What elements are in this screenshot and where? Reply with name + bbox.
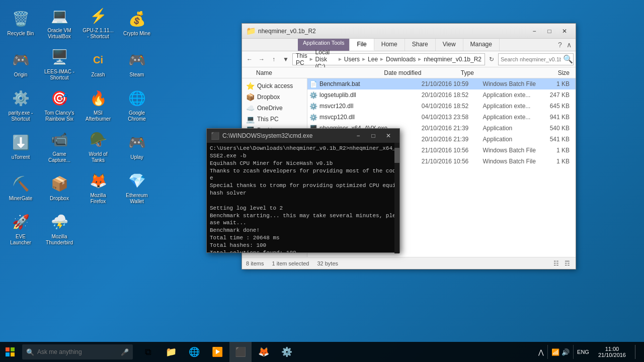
tray-network[interactable]: 📶 bbox=[551, 348, 559, 356]
search-input[interactable] bbox=[501, 56, 561, 62]
file-row-logsetup[interactable]: ⚙️ logsetuplib.dll 20/10/2016 18:52 Appl… bbox=[307, 89, 576, 101]
breadcrumb-downloads[interactable]: Downloads bbox=[386, 56, 416, 63]
tray-chevron[interactable]: ⋀ bbox=[538, 348, 544, 356]
desktop-icon-tomclancy[interactable]: 🎯 Tom Clancy's Rainbow Six bbox=[41, 85, 77, 125]
desktop-icon-parity[interactable]: ⚙️ parity.exe - Shortcut bbox=[3, 85, 39, 125]
maximize-button[interactable]: □ bbox=[542, 26, 556, 37]
desktop-icon-zcash[interactable]: Ci Zcash bbox=[80, 44, 116, 84]
cmd-close-button[interactable]: ✕ bbox=[381, 130, 395, 141]
desktop-icon-origin[interactable]: 🎮 Origin bbox=[3, 44, 39, 84]
nav-up-button[interactable]: ↑ bbox=[268, 54, 279, 65]
desktop-icon-dropbox[interactable]: 📦 Dropbox bbox=[41, 167, 77, 208]
desktop-icon-gpu[interactable]: ⚡ GPU-Z 1.11... - Shortcut bbox=[80, 3, 116, 43]
nav-dropbox[interactable]: 📦 Dropbox bbox=[242, 92, 307, 103]
file-explorer-taskbar[interactable]: 📁 bbox=[160, 342, 182, 362]
desktop-icon-label: MSI Afterburner bbox=[82, 110, 114, 122]
nav-thispc[interactable]: 💻 This PC bbox=[242, 114, 307, 125]
close-button[interactable]: ✕ bbox=[557, 26, 572, 37]
taskbar-clock[interactable]: 11:00 21/10/2016 bbox=[594, 342, 630, 362]
file-row-benchmark[interactable]: 📄 Benchmark.bat 21/10/2016 10:59 Windows… bbox=[307, 78, 576, 89]
taskbar-search[interactable]: 🔍 🎤 bbox=[22, 344, 133, 359]
tray-language[interactable]: ENG bbox=[577, 349, 589, 355]
refresh-button[interactable]: ↻ bbox=[486, 54, 497, 65]
breadcrumb-lee[interactable]: Lee bbox=[368, 56, 378, 63]
desktop-icon-chrome[interactable]: 🌐 Google Chrome bbox=[119, 85, 155, 125]
desktop-icon-thunderbird[interactable]: ⛈️ Mozilla Thunderbird bbox=[41, 209, 77, 249]
minimize-button[interactable]: − bbox=[527, 26, 541, 37]
desktop-icon-msi[interactable]: 🔥 MSI Afterburner bbox=[80, 85, 116, 125]
breadcrumb-folder[interactable]: nheqminer_v0.1b_R2 bbox=[424, 56, 481, 63]
unknown-taskbar[interactable]: ⚙️ bbox=[276, 342, 298, 362]
taskbar-tray: ⋀ 📶 🔊 ENG 11:00 21/10/2016 bbox=[534, 342, 644, 362]
desktop-icon-lees-imac[interactable]: 🖥️ LEES-IMAC - Shortcut bbox=[41, 44, 77, 84]
col-type-header[interactable]: Type bbox=[461, 69, 538, 76]
nav-onedrive[interactable]: ☁️ OneDrive bbox=[242, 103, 307, 114]
desktop-icon-recycle-bin[interactable]: 🗑️ Recycle Bin bbox=[3, 3, 39, 43]
desktop-icon-firefox[interactable]: 🦊 Mozilla Firefox bbox=[80, 167, 116, 208]
cmd-titlebar[interactable]: ⬛ C:\WINDOWS\system32\cmd.exe − □ ✕ bbox=[207, 129, 399, 143]
tray-volume[interactable]: 🔊 bbox=[561, 348, 570, 356]
cmd-scrollbar[interactable] bbox=[394, 143, 399, 253]
desktop-icon-ethereum[interactable]: 💎 Ethereum Wallet bbox=[119, 167, 155, 208]
ribbon-tabs: Application Tools File Home Share View M… bbox=[242, 39, 576, 51]
desktop-icon-label: Google Chrome bbox=[121, 110, 153, 122]
nav-quick-access[interactable]: ⭐ Quick access bbox=[242, 80, 307, 92]
desktop-icon-label: Steam bbox=[130, 72, 144, 78]
media-player-taskbar[interactable]: ▶️ bbox=[206, 342, 228, 362]
file-row-msvcr120[interactable]: ⚙️ msvcr120.dll 04/10/2016 18:52 Applica… bbox=[307, 101, 576, 112]
ribbon-collapse-button[interactable]: ∧ bbox=[565, 40, 574, 49]
breadcrumb-localdisk[interactable]: Local Disk (C:) bbox=[315, 49, 336, 70]
col-date-header[interactable]: Date modified bbox=[384, 69, 461, 76]
nav-back-button[interactable]: ← bbox=[244, 54, 255, 65]
svg-rect-1 bbox=[11, 347, 15, 351]
details-view-button[interactable]: ☷ bbox=[551, 259, 560, 268]
taskbar-apps: ⧉ 📁 🌐 ▶️ ⬛ 🦊 ⚙️ bbox=[137, 342, 298, 362]
cmd-scrollthumb[interactable] bbox=[394, 148, 399, 163]
search-input[interactable] bbox=[37, 348, 118, 355]
tray-icons: ⋀ 📶 🔊 ENG bbox=[534, 342, 593, 362]
tab-manage[interactable]: Manage bbox=[463, 39, 500, 51]
large-icons-button[interactable]: ☶ bbox=[562, 259, 572, 268]
window-controls: − □ ✕ bbox=[527, 26, 572, 37]
col-name-header[interactable]: Name bbox=[244, 69, 384, 76]
desktop-icon-label: Game Capture... bbox=[43, 151, 75, 163]
selection-status: 1 item selected bbox=[272, 260, 309, 266]
cmd-taskbar[interactable]: ⬛ bbox=[229, 342, 252, 362]
tab-file[interactable]: File bbox=[350, 39, 374, 51]
breadcrumb-thispc[interactable]: This PC bbox=[296, 52, 307, 66]
taskview-button[interactable]: ⧉ bbox=[137, 342, 159, 362]
tab-view[interactable]: View bbox=[436, 39, 463, 51]
mic-icon: 🎤 bbox=[121, 348, 129, 356]
desktop-icon-label: Uplay bbox=[130, 154, 143, 160]
desktop-icon-eve[interactable]: 🚀 EVE Launcher bbox=[3, 209, 39, 249]
desktop-icon-gamecapture[interactable]: 📹 Game Capture... bbox=[41, 126, 77, 166]
firefox-taskbar[interactable]: 🦊 bbox=[253, 342, 275, 362]
cmd-minimize-button[interactable]: − bbox=[351, 130, 365, 141]
svg-rect-3 bbox=[11, 352, 15, 356]
start-button[interactable] bbox=[0, 342, 20, 362]
desktop-icon-oracle-vm[interactable]: 💻 Oracle VM VirtualBox bbox=[41, 3, 77, 43]
col-size-header[interactable]: Size bbox=[537, 69, 574, 76]
ie-taskbar[interactable]: 🌐 bbox=[183, 342, 205, 362]
desktop-icon-utorrent[interactable]: ⬇️ uTorrent bbox=[3, 126, 39, 166]
file-explorer-titlebar[interactable]: 📁 nheqminer_v0.1b_R2 − □ ✕ bbox=[242, 24, 576, 39]
desktop-icon-uplay[interactable]: 🎮 Uplay bbox=[119, 126, 155, 166]
breadcrumb[interactable]: This PC ► Local Disk (C:) ► Users ► Lee … bbox=[292, 53, 485, 65]
desktop-icon-minergate[interactable]: ⛏️ MinerGate bbox=[3, 167, 39, 208]
search-icon: 🔍 bbox=[26, 348, 34, 356]
breadcrumb-users[interactable]: Users bbox=[344, 56, 360, 63]
tab-share[interactable]: Share bbox=[405, 39, 436, 51]
cmd-controls: − □ ✕ bbox=[351, 130, 395, 141]
desktop-icon-steam[interactable]: 🎮 Steam bbox=[119, 44, 155, 84]
show-desktop-button[interactable] bbox=[631, 342, 642, 362]
help-button[interactable]: ? bbox=[555, 40, 565, 49]
cmd-body[interactable]: C:\Users\Lee\Downloads\nheqminer_v0.1b_R… bbox=[207, 143, 399, 252]
tab-home[interactable]: Home bbox=[374, 39, 405, 51]
desktop-icon-crypto[interactable]: 💰 Crypto Mine bbox=[119, 3, 155, 43]
file-row-msvcp120[interactable]: ⚙️ msvcp120.dll 04/10/2013 23:58 Applica… bbox=[307, 112, 576, 123]
nav-forward-button[interactable]: → bbox=[256, 54, 267, 65]
recent-locations-button[interactable]: ▼ bbox=[280, 54, 291, 65]
status-bar: 8 items 1 item selected 32 bytes ☷ ☶ bbox=[242, 257, 576, 269]
desktop-icon-wot[interactable]: 🪖 World of Tanks bbox=[80, 126, 116, 166]
cmd-maximize-button[interactable]: □ bbox=[366, 130, 380, 141]
